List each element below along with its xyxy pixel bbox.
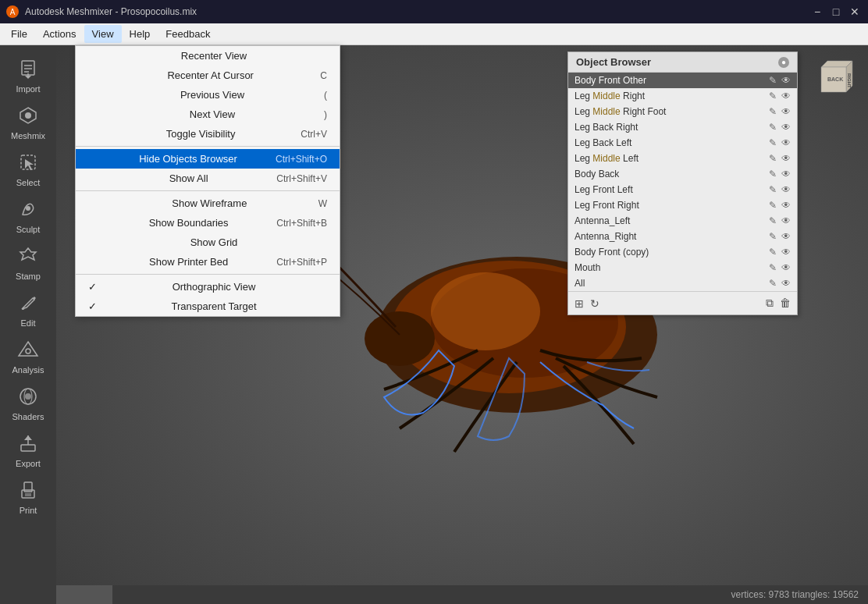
edit-icon[interactable]: ✎ bbox=[769, 75, 777, 86]
item-icons: ✎ 👁 bbox=[769, 153, 791, 164]
item-icons: ✎ 👁 bbox=[769, 247, 791, 258]
sidebar-item-meshmix[interactable]: Meshmix bbox=[0, 98, 56, 145]
sidebar-item-edit[interactable]: Edit bbox=[0, 286, 56, 332]
visibility-icon[interactable]: 👁 bbox=[781, 91, 791, 101]
menu-item-previous-view[interactable]: Previous View ( bbox=[76, 85, 340, 105]
menu-item-orthographic-view[interactable]: ✓ Orthographic View bbox=[76, 277, 340, 297]
sidebar-item-stamp[interactable]: Stamp bbox=[0, 239, 56, 286]
item-icons: ✎ 👁 bbox=[769, 231, 791, 242]
menu-view[interactable]: View bbox=[84, 25, 122, 43]
item-icons: ✎ 👁 bbox=[769, 200, 791, 211]
list-item[interactable]: Leg Front Left ✎ 👁 bbox=[568, 182, 797, 197]
visibility-icon[interactable]: 👁 bbox=[781, 75, 791, 86]
menu-item-toggle-visibility[interactable]: Toggle Visibility Ctrl+V bbox=[76, 124, 340, 144]
list-item[interactable]: Leg Middle Right ✎ 👁 bbox=[568, 88, 797, 104]
edit-icon[interactable]: ✎ bbox=[769, 122, 777, 133]
visibility-icon[interactable]: 👁 bbox=[781, 262, 791, 273]
list-item[interactable]: Leg Back Right ✎ 👁 bbox=[568, 119, 797, 135]
list-item[interactable]: Leg Front Right ✎ 👁 bbox=[568, 197, 797, 213]
visibility-icon[interactable]: 👁 bbox=[781, 153, 791, 164]
minimize-button[interactable]: − bbox=[810, 5, 824, 19]
item-icons: ✎ 👁 bbox=[769, 278, 791, 289]
visibility-icon[interactable]: 👁 bbox=[781, 247, 791, 258]
list-item[interactable]: Body Front (copy) ✎ 👁 bbox=[568, 244, 797, 260]
list-item[interactable]: Mouth ✎ 👁 bbox=[568, 260, 797, 275]
sidebar-item-import[interactable]: Import bbox=[0, 52, 56, 98]
menu-item-show-wireframe[interactable]: Show Wireframe W bbox=[76, 194, 340, 213]
menu-item-recenter-cursor[interactable]: Recenter At Cursor C bbox=[76, 66, 340, 85]
maximize-button[interactable]: □ bbox=[829, 5, 843, 19]
edit-icon[interactable]: ✎ bbox=[769, 137, 777, 148]
svg-point-29 bbox=[431, 272, 540, 350]
edit-icon[interactable]: ✎ bbox=[769, 262, 777, 273]
list-item[interactable]: Body Back ✎ 👁 bbox=[568, 166, 797, 182]
sidebar-item-shaders[interactable]: Shaders bbox=[0, 379, 56, 426]
edit-icon[interactable]: ✎ bbox=[769, 278, 777, 289]
sidebar-item-analysis[interactable]: Analysis bbox=[0, 332, 56, 379]
edit-icon[interactable]: ✎ bbox=[769, 231, 777, 242]
menu-item-recenter-view[interactable]: Recenter View bbox=[76, 46, 340, 66]
delete-icon[interactable]: 🗑 bbox=[780, 297, 791, 310]
menu-item-show-printer-bed[interactable]: Show Printer Bed Ctrl+Shift+P bbox=[76, 252, 340, 272]
visibility-icon[interactable]: 👁 bbox=[781, 231, 791, 242]
visibility-icon[interactable]: 👁 bbox=[781, 278, 791, 289]
item-name: All bbox=[575, 278, 766, 289]
visibility-icon[interactable]: 👁 bbox=[781, 169, 791, 179]
object-browser-close[interactable]: ● bbox=[778, 57, 789, 68]
sidebar-item-print[interactable]: Print bbox=[0, 473, 56, 520]
list-item[interactable]: Leg Middle Left ✎ 👁 bbox=[568, 151, 797, 166]
item-icons: ✎ 👁 bbox=[769, 106, 791, 117]
svg-marker-11 bbox=[20, 248, 36, 260]
visibility-icon[interactable]: 👁 bbox=[781, 184, 791, 195]
edit-icon[interactable]: ✎ bbox=[769, 184, 777, 195]
visibility-icon[interactable]: 👁 bbox=[781, 215, 791, 226]
export-label: Export bbox=[16, 459, 41, 468]
edit-icon[interactable]: ✎ bbox=[769, 106, 777, 117]
visibility-icon[interactable]: 👁 bbox=[781, 106, 791, 117]
list-item[interactable]: Leg Middle Right Foot ✎ 👁 bbox=[568, 104, 797, 119]
edit-icon[interactable]: ✎ bbox=[769, 91, 777, 101]
sidebar-item-sculpt[interactable]: Sculpt bbox=[0, 192, 56, 239]
separator-2 bbox=[76, 190, 340, 191]
menu-item-show-boundaries[interactable]: Show Boundaries Ctrl+Shift+B bbox=[76, 213, 340, 233]
edit-icon[interactable]: ✎ bbox=[769, 215, 777, 226]
list-item[interactable]: Antenna_Right ✎ 👁 bbox=[568, 229, 797, 244]
menu-item-hide-objects-browser[interactable]: Hide Objects Browser Ctrl+Shift+O bbox=[76, 149, 340, 169]
add-object-icon[interactable]: ⊞ bbox=[575, 297, 584, 310]
menu-help[interactable]: Help bbox=[122, 25, 158, 43]
menu-file[interactable]: File bbox=[3, 25, 35, 43]
view-cube[interactable]: BACK RIGHT bbox=[806, 52, 862, 108]
list-item[interactable]: Body Front Other ✎ 👁 bbox=[568, 73, 797, 88]
list-item[interactable]: Antenna_Left ✎ 👁 bbox=[568, 213, 797, 229]
object-browser: Object Browser ● Body Front Other ✎ 👁 Le… bbox=[567, 52, 798, 315]
sidebar-item-select[interactable]: Select bbox=[0, 145, 56, 192]
edit-icon[interactable]: ✎ bbox=[769, 247, 777, 258]
list-item[interactable]: All ✎ 👁 bbox=[568, 275, 797, 291]
visibility-icon[interactable]: 👁 bbox=[781, 122, 791, 133]
footer-right-icons: ⧉ 🗑 bbox=[766, 297, 791, 310]
select-label: Select bbox=[16, 178, 41, 187]
visibility-icon[interactable]: 👁 bbox=[781, 137, 791, 148]
item-name: Antenna_Right bbox=[575, 231, 766, 242]
close-button[interactable]: ✕ bbox=[848, 5, 862, 19]
menu-item-next-view[interactable]: Next View ) bbox=[76, 105, 340, 124]
merge-icon[interactable]: ↻ bbox=[590, 297, 599, 310]
menu-feedback[interactable]: Feedback bbox=[158, 25, 218, 43]
view-cube-svg: BACK RIGHT bbox=[806, 52, 862, 108]
menu-actions[interactable]: Actions bbox=[35, 25, 84, 43]
copy-icon[interactable]: ⧉ bbox=[766, 297, 774, 310]
edit-icon[interactable]: ✎ bbox=[769, 200, 777, 211]
visibility-icon[interactable]: 👁 bbox=[781, 200, 791, 211]
menu-item-show-all[interactable]: Show All Ctrl+Shift+V bbox=[76, 169, 340, 188]
svg-marker-9 bbox=[25, 159, 34, 170]
sidebar-item-export[interactable]: Export bbox=[0, 426, 56, 473]
item-name: Leg Front Left bbox=[575, 184, 766, 195]
menu-item-show-grid[interactable]: Show Grid bbox=[76, 233, 340, 252]
edit-icon[interactable]: ✎ bbox=[769, 153, 777, 164]
menu-item-transparent-target[interactable]: ✓ Transparent Target bbox=[76, 297, 340, 316]
import-label: Import bbox=[16, 84, 40, 94]
object-browser-title: Object Browser bbox=[576, 56, 651, 68]
item-name: Leg Middle Right bbox=[575, 91, 766, 101]
edit-icon[interactable]: ✎ bbox=[769, 169, 777, 179]
list-item[interactable]: Leg Back Left ✎ 👁 bbox=[568, 135, 797, 151]
